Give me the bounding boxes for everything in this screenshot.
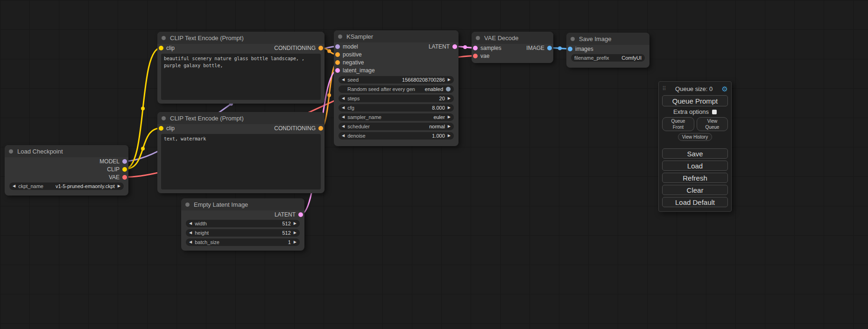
input-slot-positive[interactable]: positive: [335, 51, 362, 58]
node-title-bar[interactable]: KSampler: [334, 30, 459, 42]
conditioning-slot-dot-icon[interactable]: [335, 60, 340, 65]
increment-arrow-icon[interactable]: ▶: [294, 222, 296, 225]
image-slot-dot-icon[interactable]: [547, 46, 552, 50]
decrement-arrow-icon[interactable]: ◀: [342, 115, 345, 119]
output-slot-image[interactable]: IMAGE: [526, 45, 552, 51]
collapse-toggle-icon[interactable]: [162, 36, 166, 40]
node-title-bar[interactable]: Load Checkpoint: [5, 145, 128, 157]
clip-slot-dot-icon[interactable]: [159, 46, 163, 50]
collapse-toggle-icon[interactable]: [476, 36, 480, 40]
input-slot-samples[interactable]: samples: [473, 45, 501, 51]
collapse-toggle-icon[interactable]: [571, 37, 575, 41]
latent-slot-dot-icon[interactable]: [473, 46, 478, 50]
latent-slot-dot-icon[interactable]: [452, 44, 457, 49]
node-empty-latent-image[interactable]: Empty Latent Image LATENT ◀ width 512 ▶ …: [181, 198, 304, 251]
drag-handle[interactable]: ⠿: [662, 85, 666, 92]
load-default-button[interactable]: Load Default: [662, 197, 728, 207]
decrement-arrow-icon[interactable]: ◀: [342, 97, 345, 100]
widget-denoise[interactable]: ◀ denoise 1.000 ▶: [339, 132, 454, 140]
widget-batch-size[interactable]: ◀ batch_size 1 ▶: [186, 238, 300, 246]
increment-arrow-icon[interactable]: ▶: [294, 231, 296, 235]
collapse-toggle-icon[interactable]: [338, 35, 342, 39]
view-queue-button[interactable]: View Queue: [697, 117, 728, 131]
latent-slot-dot-icon[interactable]: [298, 212, 303, 217]
decrement-arrow-icon[interactable]: ◀: [189, 231, 192, 235]
output-slot-conditioning[interactable]: CONDITIONING: [274, 45, 323, 51]
node-load-checkpoint[interactable]: Load Checkpoint MODEL CLIP VAE ◀ ckpt_na…: [5, 145, 128, 196]
decrement-arrow-icon[interactable]: ◀: [342, 125, 345, 128]
widget-ckpt-name[interactable]: ◀ ckpt_name v1-5-pruned-emaonly.ckpt ▶: [9, 182, 124, 190]
conditioning-slot-dot-icon[interactable]: [335, 52, 340, 57]
latent-slot-dot-icon[interactable]: [335, 68, 340, 73]
decrement-arrow-icon[interactable]: ◀: [13, 184, 15, 188]
conditioning-slot-dot-icon[interactable]: [318, 126, 323, 131]
queue-prompt-button[interactable]: Queue Prompt: [662, 95, 728, 106]
negative-prompt-textarea[interactable]: text, watermark: [161, 134, 321, 189]
increment-arrow-icon[interactable]: ▶: [448, 134, 451, 138]
widget-height[interactable]: ◀ height 512 ▶: [186, 229, 300, 237]
node-clip-text-encode-positive[interactable]: CLIP Text Encode (Prompt) clip CONDITION…: [157, 32, 325, 104]
node-title-bar[interactable]: CLIP Text Encode (Prompt): [157, 32, 325, 44]
node-ksampler[interactable]: KSampler model LATENT positive negative …: [334, 30, 459, 146]
widget-random-seed-toggle[interactable]: Random seed after every gen enabled: [339, 85, 454, 93]
widget-filename-prefix[interactable]: filename_prefix ComfyUI: [571, 54, 645, 62]
input-slot-latent-image[interactable]: latent_image: [335, 67, 375, 74]
node-title-bar[interactable]: CLIP Text Encode (Prompt): [157, 112, 325, 124]
decrement-arrow-icon[interactable]: ◀: [342, 78, 345, 82]
increment-arrow-icon[interactable]: ▶: [448, 106, 451, 110]
increment-arrow-icon[interactable]: ▶: [448, 115, 451, 119]
widget-scheduler[interactable]: ◀ scheduler normal ▶: [339, 123, 454, 130]
conditioning-slot-dot-icon[interactable]: [318, 46, 323, 50]
model-slot-dot-icon[interactable]: [335, 44, 340, 49]
input-slot-clip[interactable]: clip: [159, 45, 175, 51]
queue-front-button[interactable]: Queue Front: [662, 117, 694, 131]
extra-options-checkbox[interactable]: [712, 110, 717, 114]
image-slot-dot-icon[interactable]: [568, 47, 572, 51]
positive-prompt-textarea[interactable]: beautiful scenery nature glass bottle la…: [161, 54, 321, 100]
output-slot-latent[interactable]: LATENT: [275, 211, 303, 218]
input-slot-images[interactable]: images: [568, 46, 593, 52]
load-button[interactable]: Load: [662, 161, 728, 171]
increment-arrow-icon[interactable]: ▶: [448, 78, 451, 82]
widget-seed[interactable]: ◀ seed 156680208700286 ▶: [339, 76, 454, 84]
increment-arrow-icon[interactable]: ▶: [294, 240, 296, 244]
widget-steps[interactable]: ◀ steps 20 ▶: [339, 95, 454, 102]
increment-arrow-icon[interactable]: ▶: [118, 184, 120, 188]
input-slot-vae[interactable]: vae: [473, 53, 489, 59]
output-slot-latent[interactable]: LATENT: [429, 43, 457, 50]
node-title-bar[interactable]: Empty Latent Image: [181, 198, 304, 210]
increment-arrow-icon[interactable]: ▶: [448, 97, 451, 100]
decrement-arrow-icon[interactable]: ◀: [342, 134, 345, 138]
decrement-arrow-icon[interactable]: ◀: [189, 240, 192, 244]
output-slot-model[interactable]: MODEL: [99, 158, 127, 165]
output-slot-clip[interactable]: CLIP: [107, 166, 127, 173]
node-title-bar[interactable]: Save Image: [566, 33, 649, 45]
vae-slot-dot-icon[interactable]: [122, 175, 127, 180]
collapse-toggle-icon[interactable]: [162, 116, 166, 120]
collapse-toggle-icon[interactable]: [185, 203, 190, 207]
increment-arrow-icon[interactable]: ▶: [448, 125, 451, 128]
vae-slot-dot-icon[interactable]: [473, 54, 478, 58]
input-slot-model[interactable]: model: [335, 43, 358, 50]
toggle-dot-icon[interactable]: [446, 87, 451, 91]
input-slot-negative[interactable]: negative: [335, 59, 364, 66]
node-clip-text-encode-negative[interactable]: CLIP Text Encode (Prompt) clip CONDITION…: [157, 112, 325, 193]
settings-gear-icon[interactable]: ⚙: [722, 85, 728, 92]
output-slot-vae[interactable]: VAE: [109, 174, 127, 181]
collapse-toggle-icon[interactable]: [9, 149, 13, 154]
output-slot-conditioning[interactable]: CONDITIONING: [274, 125, 323, 132]
node-vae-decode[interactable]: VAE Decode samples IMAGE vae: [472, 32, 553, 63]
node-save-image[interactable]: Save Image images filename_prefix ComfyU…: [566, 33, 649, 68]
save-button[interactable]: Save: [662, 148, 728, 159]
widget-width[interactable]: ◀ width 512 ▶: [186, 220, 300, 227]
clip-slot-dot-icon[interactable]: [159, 126, 163, 131]
node-title-bar[interactable]: VAE Decode: [472, 32, 553, 44]
clear-button[interactable]: Clear: [662, 185, 728, 195]
view-history-button[interactable]: View History: [678, 133, 712, 141]
decrement-arrow-icon[interactable]: ◀: [189, 222, 192, 225]
model-slot-dot-icon[interactable]: [122, 159, 127, 164]
widget-cfg[interactable]: ◀ cfg 8.000 ▶: [339, 104, 454, 112]
input-slot-clip[interactable]: clip: [159, 125, 175, 132]
decrement-arrow-icon[interactable]: ◀: [342, 106, 345, 110]
refresh-button[interactable]: Refresh: [662, 173, 728, 183]
